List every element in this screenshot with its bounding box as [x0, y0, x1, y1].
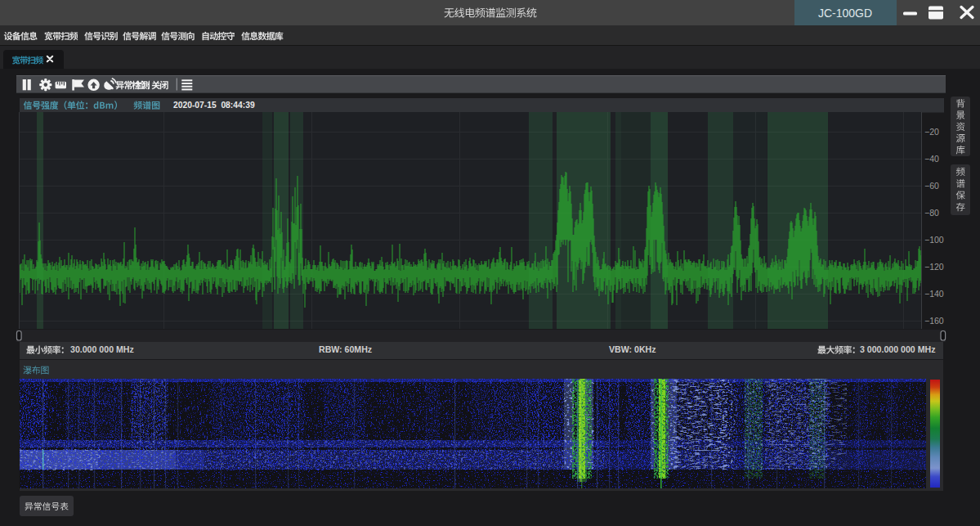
svg-text:JC-100GD: JC-100GD — [818, 7, 872, 20]
svg-text:30.000 000 MHz: 30.000 000 MHz — [70, 344, 134, 354]
svg-text:−140: −140 — [924, 289, 944, 299]
svg-text:RBW: 60MHz: RBW: 60MHz — [319, 344, 372, 354]
svg-text:3 000.000 000 MHz: 3 000.000 000 MHz — [860, 344, 935, 354]
svg-text:2020-07-15 08:44:39: 2020-07-15 08:44:39 — [173, 101, 255, 110]
svg-text:−120: −120 — [924, 262, 944, 272]
svg-text:−80: −80 — [924, 208, 939, 218]
svg-text:−40: −40 — [924, 154, 939, 164]
svg-text:−60: −60 — [924, 181, 939, 191]
svg-text:−160: −160 — [924, 316, 944, 326]
svg-text:−100: −100 — [924, 235, 944, 245]
svg-text:−20: −20 — [924, 127, 939, 137]
svg-text:VBW: 0KHz: VBW: 0KHz — [609, 344, 656, 354]
